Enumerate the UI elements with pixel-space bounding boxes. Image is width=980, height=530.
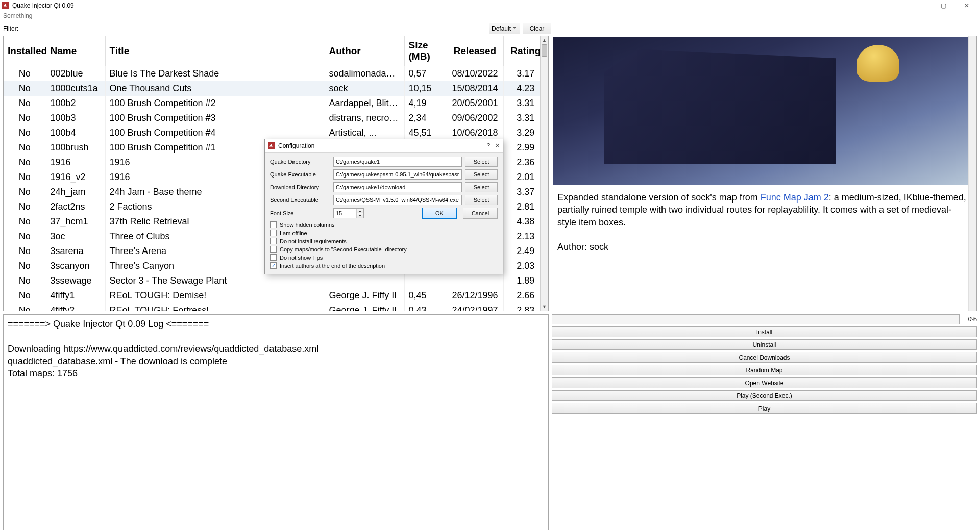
titlebar: Quake Injector Qt 0.09 — ▢ ✕: [0, 0, 980, 11]
cell-installed: No: [4, 259, 46, 273]
uninstall-button[interactable]: Uninstall: [552, 339, 977, 350]
close-button[interactable]: ✕: [955, 0, 978, 11]
dialog-titlebar: Configuration ? ✕: [265, 139, 503, 153]
cell-title: Sector 3 - The Sewage Plant: [105, 273, 325, 288]
col-title[interactable]: Title: [105, 36, 325, 66]
checkbox-offline[interactable]: [270, 230, 277, 236]
cell-released: 26/12/1996: [447, 288, 503, 303]
clear-button[interactable]: Clear: [523, 23, 551, 34]
progress-bar: [552, 314, 960, 324]
cell-installed: No: [4, 185, 46, 199]
table-row[interactable]: No100b2100 Brush Competition #2Aardappel…: [4, 96, 548, 111]
input-quake-executable[interactable]: [333, 169, 462, 180]
input-quake-directory[interactable]: [333, 157, 462, 167]
cell-size: 0,43: [404, 303, 447, 311]
cell-title: 100 Brush Competition #3: [105, 111, 325, 125]
scroll-thumb[interactable]: [542, 44, 547, 57]
cell-released: 10/06/2018: [447, 125, 503, 140]
scroll-down-icon[interactable]: ▼: [541, 302, 548, 311]
col-author[interactable]: Author: [325, 36, 404, 66]
random-map-button[interactable]: Random Map: [552, 365, 977, 375]
checkbox-notips[interactable]: [270, 254, 277, 261]
cell-name: 4fiffy2: [46, 303, 105, 311]
checkbox-noreq[interactable]: [270, 238, 277, 244]
cell-name: 3oc: [46, 229, 105, 244]
cell-name: 100b4: [46, 125, 105, 140]
cell-installed: No: [4, 66, 46, 82]
cell-installed: No: [4, 199, 46, 214]
filter-input[interactable]: [21, 23, 486, 34]
menu-item[interactable]: Something: [3, 12, 32, 19]
col-released[interactable]: Released: [447, 36, 503, 66]
log-line: quaddicted_database.xml - The download i…: [8, 355, 544, 367]
table-row[interactable]: No4fiffy1REoL TOUGH: Demise!George J. Fi…: [4, 288, 548, 303]
dialog-help-button[interactable]: ?: [487, 142, 490, 149]
filter-combo[interactable]: Default: [489, 23, 520, 34]
dialog-title: Configuration: [278, 142, 314, 149]
checkbox-label: I am offline: [280, 230, 307, 236]
select-download-directory-button[interactable]: Select: [465, 182, 498, 192]
select-quake-executable-button[interactable]: Select: [465, 169, 498, 180]
col-installed[interactable]: Installed: [4, 36, 46, 66]
col-size[interactable]: Size (MB): [404, 36, 447, 66]
checkbox-row-authors: ✓Insert authors at the end of the descri…: [270, 262, 498, 269]
checkbox-copy[interactable]: [270, 246, 277, 253]
checkbox-label: Show hidden columns: [280, 222, 335, 228]
dialog-icon: [268, 142, 275, 149]
scroll-up-icon[interactable]: ▲: [541, 36, 548, 44]
dialog-close-button[interactable]: ✕: [495, 142, 500, 149]
cell-name: 100b3: [46, 111, 105, 125]
map-description: Expanded standalone version of sock's ma…: [552, 186, 976, 258]
spin-down-icon[interactable]: ▼: [357, 213, 363, 218]
checkbox-authors[interactable]: ✓: [270, 262, 277, 269]
play-button[interactable]: Play: [552, 403, 977, 414]
preview-scrollbar[interactable]: [968, 36, 976, 311]
desc-link[interactable]: Func Map Jam 2: [761, 192, 829, 203]
cell-author: Artistical, ...: [325, 125, 404, 140]
cell-title: REoL TOUGH: Fortress!: [105, 303, 325, 311]
cancel-downloads-button[interactable]: Cancel Downloads: [552, 352, 977, 363]
table-row[interactable]: No1000cuts1aOne Thousand Cutssock10,1515…: [4, 81, 548, 96]
desc-author: Author: sock: [557, 242, 608, 252]
input-second-executable[interactable]: [333, 195, 462, 205]
checkbox-hidden[interactable]: [270, 221, 277, 228]
table-row[interactable]: No002blueBlue Is The Darkest Shadesodali…: [4, 66, 548, 82]
cell-installed: No: [4, 170, 46, 185]
minimize-button[interactable]: —: [909, 0, 932, 11]
label-download-directory: Download Directory: [270, 184, 330, 190]
table-row[interactable]: No100b3100 Brush Competition #3distrans,…: [4, 111, 548, 125]
maximize-button[interactable]: ▢: [932, 0, 955, 11]
table-row[interactable]: No4fiffy2REoL TOUGH: Fortress!George J. …: [4, 303, 548, 311]
spin-up-icon[interactable]: ▲: [357, 209, 363, 213]
cell-name: 3ssewage: [46, 273, 105, 288]
play-second-exec-button[interactable]: Play (Second Exec.): [552, 390, 977, 401]
checkbox-label: Copy maps/mods to "Second Executable" di…: [280, 246, 407, 253]
ok-button[interactable]: OK: [422, 208, 457, 219]
open-website-button[interactable]: Open Website: [552, 377, 977, 388]
cell-name: 4fiffy1: [46, 288, 105, 303]
select-second-executable-button[interactable]: Select: [465, 195, 498, 205]
select-quake-directory-button[interactable]: Select: [465, 157, 498, 167]
log-line: Total maps: 1756: [8, 367, 544, 380]
cell-installed: No: [4, 273, 46, 288]
preview-panel: Expanded standalone version of sock's ma…: [552, 36, 977, 311]
menubar: Something: [0, 11, 980, 21]
cell-title: One Thousand Cuts: [105, 81, 325, 96]
checkbox-label: Do not install requirements: [280, 238, 347, 244]
table-row[interactable]: No100b4100 Brush Competition #4Artistica…: [4, 125, 548, 140]
col-name[interactable]: Name: [46, 36, 105, 66]
cancel-button[interactable]: Cancel: [463, 208, 498, 219]
input-font-size[interactable]: ▲▼: [333, 208, 364, 218]
cell-author: sodalimonada176: [325, 66, 404, 82]
cell-author: Aardappel, Blitz, czg, ...: [325, 96, 404, 111]
table-scrollbar[interactable]: ▲ ▼: [540, 36, 548, 311]
log-line: Downloading https://www.quaddicted.com/r…: [8, 343, 544, 355]
cell-installed: No: [4, 244, 46, 259]
cell-name: 24h_jam: [46, 185, 105, 199]
cell-size: 0,45: [404, 288, 447, 303]
log-line: =======> Quake Injector Qt 0.09 Log <===…: [8, 318, 544, 330]
cell-name: 3scanyon: [46, 259, 105, 273]
table-row[interactable]: No3ssewageSector 3 - The Sewage Plant1.8…: [4, 273, 548, 288]
input-download-directory[interactable]: [333, 182, 462, 192]
install-button[interactable]: Install: [552, 326, 977, 337]
